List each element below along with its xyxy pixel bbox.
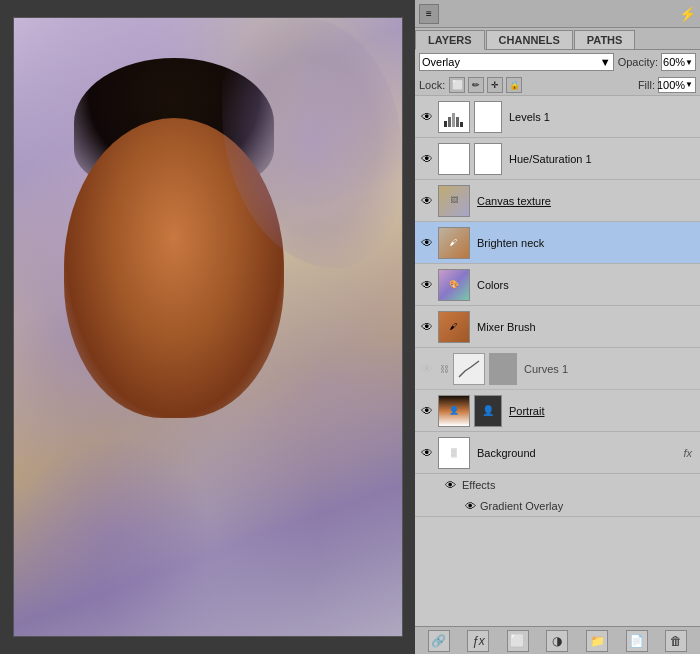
fill-label: Fill: [638, 79, 655, 91]
fill-row: Fill: 100% ▼ [638, 77, 696, 93]
add-mask-button[interactable]: ⬜ [507, 630, 529, 652]
layer-thumbnail: 🎨 [438, 269, 470, 301]
layer-visibility-eye[interactable]: 👁 [419, 109, 435, 125]
effects-label: Effects [462, 479, 495, 491]
layer-item[interactable]: 👁 ⛓ Curves 1 [415, 348, 700, 390]
tabs-row: LAYERS CHANNELS PATHS [415, 28, 700, 50]
layer-thumbnail [438, 101, 470, 133]
blend-row: Overlay ▼ Opacity: 60% ▼ [415, 50, 700, 74]
svg-rect-3 [452, 113, 455, 127]
top-toolbar: ≡ ⚡ [415, 0, 700, 28]
layer-name: Background [473, 447, 680, 459]
lock-row: Lock: ⬜ ✏ ✛ 🔒 Fill: 100% ▼ [415, 74, 700, 96]
new-layer-button[interactable]: 📄 [626, 630, 648, 652]
layer-item[interactable]: 👁 🎨 Colors [415, 264, 700, 306]
canvas-image [13, 17, 403, 637]
layer-item[interactable]: 👁 🖌 Brighten neck [415, 222, 700, 264]
effect-label: Gradient Overlay [480, 500, 563, 512]
panel-header-icon: ⚡ [679, 6, 696, 22]
layer-item[interactable]: 👁 Levels 1 [415, 96, 700, 138]
layer-visibility-eye[interactable]: 👁 [419, 445, 435, 461]
levels-thumbnail-svg [442, 105, 466, 129]
effects-section: 👁 Effects 👁 Gradient Overlay [415, 474, 700, 517]
layer-item[interactable]: 👁 Hue/Saturation 1 [415, 138, 700, 180]
layer-thumbnail: 🖼 [438, 185, 470, 217]
effect-eye: 👁 [465, 500, 476, 512]
layer-thumbnail [438, 143, 470, 175]
layer-mask-thumbnail [474, 143, 502, 175]
layer-name: Mixer Brush [473, 321, 696, 333]
layer-visibility-eye[interactable]: 👁 [419, 151, 435, 167]
lock-pixels-btn[interactable]: ✏ [468, 77, 484, 93]
layer-item[interactable]: 👁 👤 👤 Portrait [415, 390, 700, 432]
lock-transparent-btn[interactable]: ⬜ [449, 77, 465, 93]
opacity-row: Opacity: 60% ▼ [618, 53, 696, 71]
tab-layers[interactable]: LAYERS [415, 30, 485, 50]
layer-mask-thumbnail [489, 353, 517, 385]
add-style-button[interactable]: ƒx [467, 630, 489, 652]
layer-name: Colors [473, 279, 696, 291]
panel-menu-icon[interactable]: ≡ [419, 4, 439, 24]
layer-thumbnail: ▓ [438, 437, 470, 469]
layers-list: 👁 Levels 1 👁 [415, 96, 700, 626]
svg-rect-1 [444, 121, 447, 127]
layer-name: Canvas texture [473, 195, 696, 207]
effects-header: 👁 Effects [415, 474, 700, 496]
bottom-toolbar: 🔗 ƒx ⬜ ◑ 📁 📄 🗑 [415, 626, 700, 654]
lock-icons: ⬜ ✏ ✛ 🔒 [449, 77, 522, 93]
effects-eye: 👁 [445, 479, 456, 491]
svg-rect-5 [460, 122, 463, 127]
opacity-chevron: ▼ [685, 58, 693, 67]
lock-position-btn[interactable]: ✛ [487, 77, 503, 93]
layer-visibility-eye[interactable]: 👁 [419, 235, 435, 251]
layer-thumbnail: 🖌 [438, 227, 470, 259]
layer-item[interactable]: 👁 🖼 Canvas texture [415, 180, 700, 222]
layer-thumbnail [453, 353, 485, 385]
svg-rect-4 [456, 117, 459, 127]
layer-name: Portrait [505, 405, 696, 417]
tab-paths[interactable]: PATHS [574, 30, 636, 49]
layer-item[interactable]: 👁 ▓ Background fx [415, 432, 700, 474]
layer-visibility-eye[interactable]: 👁 [419, 193, 435, 209]
layer-fx-badge: fx [683, 447, 696, 459]
tab-channels[interactable]: CHANNELS [486, 30, 573, 49]
svg-rect-2 [448, 117, 451, 127]
layer-thumbnail: 🖌 [438, 311, 470, 343]
blend-mode-select[interactable]: Overlay ▼ [419, 53, 614, 71]
layer-name: Brighten neck [473, 237, 696, 249]
opacity-label: Opacity: [618, 56, 658, 68]
fill-input[interactable]: 100% ▼ [658, 77, 696, 93]
layer-name: Levels 1 [505, 111, 696, 123]
opacity-input[interactable]: 60% ▼ [661, 53, 696, 71]
link-layers-button[interactable]: 🔗 [428, 630, 450, 652]
effect-item[interactable]: 👁 Gradient Overlay [415, 496, 700, 516]
lock-all-btn[interactable]: 🔒 [506, 77, 522, 93]
fill-chevron: ▼ [685, 80, 693, 89]
layer-visibility-eye[interactable]: 👁 [419, 403, 435, 419]
layer-chain: ⛓ [438, 361, 450, 377]
layer-name: Hue/Saturation 1 [505, 153, 696, 165]
layer-mask-thumbnail: 👤 [474, 395, 502, 427]
chevron-down-icon: ▼ [600, 56, 611, 68]
curves-svg [457, 357, 481, 381]
layer-item[interactable]: 👁 🖌 Mixer Brush [415, 306, 700, 348]
delete-layer-button[interactable]: 🗑 [665, 630, 687, 652]
lock-label: Lock: [419, 79, 445, 91]
layer-visibility-eye[interactable]: 👁 [419, 319, 435, 335]
layer-visibility-eye[interactable]: 👁 [419, 361, 435, 377]
layer-name: Curves 1 [520, 363, 696, 375]
new-group-button[interactable]: 📁 [586, 630, 608, 652]
canvas-area [0, 0, 415, 654]
new-adjustment-button[interactable]: ◑ [546, 630, 568, 652]
right-panel: ≡ ⚡ LAYERS CHANNELS PATHS Overlay ▼ Opac… [415, 0, 700, 654]
layer-visibility-eye[interactable]: 👁 [419, 277, 435, 293]
layer-thumbnail: 👤 [438, 395, 470, 427]
layer-mask-thumbnail [474, 101, 502, 133]
